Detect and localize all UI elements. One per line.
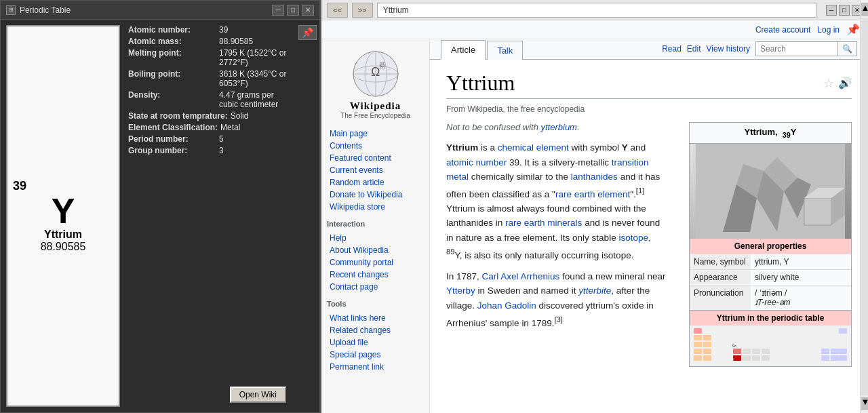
wiki-logo-sub: The Free Encyclopedia	[340, 112, 410, 119]
interaction-navigation: Help About Wikipedia Community portal Re…	[321, 229, 429, 296]
svg-rect-34	[752, 349, 760, 354]
svg-rect-39	[821, 355, 829, 361]
sidebar-link-featured[interactable]: Featured content	[321, 152, 429, 164]
sidebar-link-recent[interactable]: Recent changes	[321, 269, 429, 281]
wiki-minimize-button[interactable]: ─	[826, 5, 837, 16]
crystal-svg	[696, 144, 845, 239]
arrhenius-link[interactable]: Carl Axel Arrhenius	[482, 271, 560, 281]
prop-period: Period number: 5	[128, 134, 292, 144]
url-bar[interactable]	[377, 3, 816, 18]
element-card: 39 Y Yttrium 88.90585	[6, 25, 120, 407]
wiki-maximize-button[interactable]: □	[839, 5, 850, 16]
yttrium-bold: Yttrium	[446, 142, 478, 153]
svg-rect-23	[703, 342, 711, 347]
sidebar-link-store[interactable]: Wikipedia store	[321, 201, 429, 213]
sidebar-link-what-links[interactable]: What links here	[321, 312, 429, 324]
sidebar-link-permanent[interactable]: Permanent link	[321, 361, 429, 373]
scroll-down-button[interactable]: ▼	[861, 397, 868, 410]
sidebar-link-contact[interactable]: Contact page	[321, 281, 429, 293]
back-button[interactable]: <<	[327, 3, 348, 18]
svg-rect-26	[733, 349, 741, 354]
svg-rect-42	[839, 349, 847, 354]
infobox-name-symbol-row: Name, symbol yttrium, Y	[690, 254, 851, 269]
symbol-bold: Y	[622, 142, 628, 153]
action-view-history[interactable]: View history	[707, 44, 750, 54]
wiki-browser-window: << >> ─ □ ✕ Create account Log in 📌	[320, 0, 868, 413]
svg-text:Sc: Sc	[732, 344, 736, 348]
interaction-section-title: Interaction	[321, 216, 429, 229]
star-icon[interactable]: ☆	[823, 76, 834, 91]
minimize-button[interactable]: ─	[272, 5, 284, 16]
search-input[interactable]	[756, 42, 837, 56]
rare-earth-minerals-link[interactable]: rare earth minerals	[505, 218, 582, 228]
isotope-link[interactable]: isotope	[618, 233, 648, 243]
scroll-up-button[interactable]: ▲	[861, 3, 868, 16]
scrollbar[interactable]: ▲ ▼	[860, 0, 868, 413]
sidebar-link-current-events[interactable]: Current events	[321, 164, 429, 176]
sidebar-link-random[interactable]: Random article	[321, 176, 429, 189]
periodic-window-title: Periodic Table	[20, 5, 268, 15]
state-value: Solid	[231, 111, 249, 121]
svg-rect-38	[821, 349, 829, 354]
sidebar-link-donate[interactable]: Donate to Wikipedia	[321, 189, 429, 201]
log-in-link[interactable]: Log in	[817, 25, 840, 35]
group-label: Group number:	[128, 146, 216, 155]
chemical-element-link[interactable]: chemical element	[498, 142, 569, 153]
tab-article[interactable]: Article	[441, 40, 486, 60]
svg-rect-35	[752, 355, 760, 361]
article-subtitle: From Wikipedia, the free encyclopedia	[446, 104, 852, 114]
article-body: Not to be confused with ytterbium. Yttri…	[446, 122, 852, 367]
period-value: 5	[219, 134, 224, 144]
tools-section-title: Tools	[321, 296, 429, 309]
atomic-number-link[interactable]: atomic number	[446, 157, 507, 168]
pronunciation-label: Pronunciation	[690, 286, 751, 310]
open-wiki-row: Open Wiki	[128, 382, 292, 407]
prop-state: State at room temprature: Solid	[128, 111, 292, 121]
sidebar-link-community[interactable]: Community portal	[321, 256, 429, 269]
wiki-sidebar: Ω 綦 Wikipedia The Free Encyclopedia Main…	[321, 39, 430, 413]
action-edit[interactable]: Edit	[687, 44, 701, 54]
element-number: 39	[13, 179, 26, 193]
tools-navigation: What links here Related changes Upload f…	[321, 309, 429, 376]
lanthanides-link[interactable]: lanthanides	[571, 172, 618, 182]
forward-button[interactable]: >>	[352, 3, 373, 18]
maximize-button[interactable]: □	[287, 5, 299, 16]
periodic-table-header: Yttrium in the periodic table	[690, 310, 851, 326]
speaker-icon[interactable]: 🔊	[838, 77, 852, 90]
ytterbite-link[interactable]: ytterbite	[578, 286, 611, 296]
sidebar-link-related-changes[interactable]: Related changes	[321, 324, 429, 336]
atomic-number-label: Atomic number:	[128, 25, 216, 35]
rare-earth-link[interactable]: rare earth element	[555, 189, 630, 199]
account-bar: Create account Log in 📌	[321, 20, 868, 39]
sidebar-link-help[interactable]: Help	[321, 232, 429, 244]
tab-talk[interactable]: Talk	[487, 41, 523, 60]
sidebar-link-special[interactable]: Special pages	[321, 349, 429, 361]
action-read[interactable]: Read	[662, 44, 682, 54]
state-label: State at room temprature:	[128, 111, 228, 121]
italic-note: Not to be confused with ytterbium.	[446, 122, 667, 132]
pin-button[interactable]: 📌	[298, 25, 317, 40]
element-symbol: Y	[52, 193, 75, 229]
ytterbium-link[interactable]: ytterbium	[540, 122, 576, 132]
element-name: Yttrium	[44, 229, 82, 241]
article-title-bar: Yttrium ☆ 🔊	[446, 71, 852, 99]
create-account-link[interactable]: Create account	[755, 25, 810, 35]
sidebar-link-upload[interactable]: Upload file	[321, 336, 429, 349]
wiki-body: Ω 綦 Wikipedia The Free Encyclopedia Main…	[321, 39, 868, 413]
periodic-window-titlebar: ⊞ Periodic Table ─ □ ✕	[1, 1, 319, 20]
sidebar-link-about[interactable]: About Wikipedia	[321, 244, 429, 256]
open-wiki-button[interactable]: Open Wiki	[230, 387, 286, 403]
ytterby-link[interactable]: Ytterby	[446, 286, 475, 296]
periodic-window-controls: ─ □ ✕	[272, 5, 314, 16]
svg-rect-14	[804, 198, 831, 225]
gadolin-link[interactable]: Johan Gadolin	[477, 300, 536, 311]
wiki-search-box: 🔍	[755, 41, 857, 56]
close-button[interactable]: ✕	[302, 5, 314, 16]
svg-rect-37	[762, 355, 770, 361]
search-button[interactable]: 🔍	[837, 42, 856, 56]
sidebar-link-contents[interactable]: Contents	[321, 140, 429, 152]
article-icons: ☆ 🔊	[823, 76, 852, 91]
sidebar-link-main-page[interactable]: Main page	[321, 127, 429, 140]
infobox-appearance-row: Appearance silvery white	[690, 269, 851, 285]
svg-rect-27	[694, 355, 702, 361]
